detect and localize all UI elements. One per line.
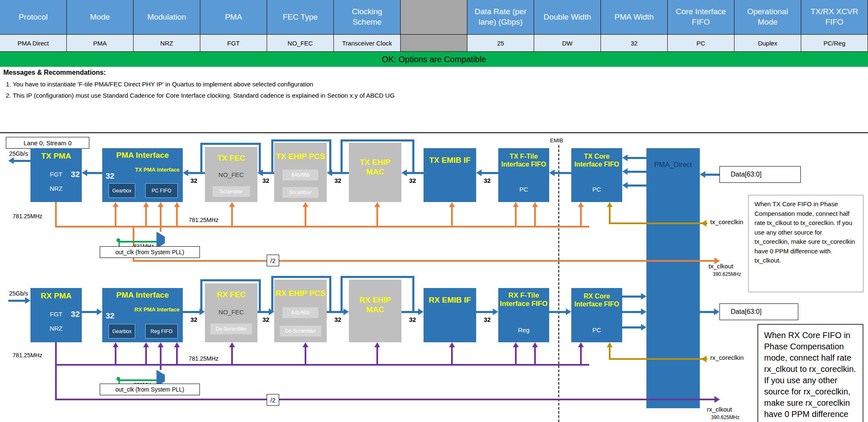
messages-title: Messages & Recommendations: xyxy=(3,69,106,76)
rx-clock-riser xyxy=(145,347,147,364)
arrowhead xyxy=(418,308,424,315)
value-pma-width[interactable]: 32 xyxy=(601,35,668,52)
rx-bus-width-label: 32 xyxy=(183,316,205,323)
arrowhead xyxy=(174,202,180,207)
arrowhead xyxy=(303,202,308,207)
arrowhead xyxy=(641,324,646,331)
tx-datapath-line xyxy=(188,172,205,174)
tx-clock-riser xyxy=(580,207,582,226)
tx-ehip-mac-title: TX EHIP MAC xyxy=(350,158,401,177)
arrowhead xyxy=(578,342,584,347)
rx-parallel-clk-label: 781.25MHz xyxy=(13,352,43,359)
arrowhead xyxy=(714,308,719,315)
tx-ehip-pcs-block: TX EHIP PCS 64b/66b Scrambler xyxy=(274,143,327,202)
rx-data-line xyxy=(700,311,714,313)
tx-emib-if-block: TX EMIB IF xyxy=(424,148,476,202)
value-blank xyxy=(401,35,467,52)
arrowhead xyxy=(158,342,164,347)
config-table-value-row: PMA Direct PMA NRZ FGT NO_FEC Transceive… xyxy=(0,35,868,52)
rx-clock-bus xyxy=(55,364,589,366)
tx-parallel-clk-label-2: 781.25MHz xyxy=(189,217,219,223)
arrowhead xyxy=(374,342,380,347)
compatibility-status-bar: OK: Options are Compatible xyxy=(0,52,868,67)
tx-mux-output-line xyxy=(160,207,161,232)
rx-clock-riser xyxy=(176,347,178,364)
tx-bypass-line xyxy=(412,142,414,172)
tx-fec-mode-label: NO_FEC xyxy=(205,171,257,178)
rx-clock-riser xyxy=(305,347,306,364)
tx-datapath-line xyxy=(87,172,102,174)
rx-bus-width-label: 32 xyxy=(401,316,424,323)
value-txrx-xcvr-fifo[interactable]: PC/Reg xyxy=(801,35,868,52)
tx-rate-label: 25Gb/s xyxy=(9,150,28,157)
tx-bypass-line xyxy=(200,145,202,172)
tx-ftile-fifo-mode: PC xyxy=(498,186,549,193)
value-operational-mode[interactable]: Duplex xyxy=(734,35,801,52)
config-table: Protocol Mode Modulation PMA FEC Type Cl… xyxy=(0,0,868,67)
arrowhead xyxy=(622,168,628,175)
value-protocol[interactable]: PMA Direct xyxy=(0,35,67,52)
tx-clock-mux xyxy=(156,232,165,248)
tx-clock-riser xyxy=(376,207,378,226)
tx-clock-riser xyxy=(534,207,536,226)
tx-pma-interface-title: PMA Interface xyxy=(103,151,182,160)
rx-bypass-line xyxy=(200,279,261,281)
tx-bypass-line xyxy=(329,142,331,172)
tx-datapath-line xyxy=(555,172,571,174)
rx-bypass-line xyxy=(341,278,343,311)
rx-core-fifo-mode: PC xyxy=(571,326,622,334)
arrowhead xyxy=(25,297,30,304)
rx-coreclkin-riser xyxy=(609,347,611,358)
pma-direct-block: PMA_Direct xyxy=(646,148,700,408)
header-pma: PMA xyxy=(200,0,267,35)
tx-core-fifo-title: TX Core Interface FIFO xyxy=(572,152,621,168)
arrowhead xyxy=(622,182,628,189)
rx-core-fifo-block: RX Core Interface FIFO PC xyxy=(571,288,622,342)
tx-bypass-line xyxy=(271,139,331,142)
tx-div-line xyxy=(133,260,267,262)
rx-core-line xyxy=(622,311,641,313)
header-modulation: Modulation xyxy=(134,0,200,35)
tx-bypass-line xyxy=(341,139,414,142)
rx-bypass-line xyxy=(341,276,414,278)
rx-ehip-pcs-title: RX EHIP PCS xyxy=(275,289,326,298)
tx-clock-riser xyxy=(145,207,147,226)
tx-bus-width-label: 32 xyxy=(401,177,424,184)
header-clocking-scheme: Clocking Scheme xyxy=(334,0,401,35)
value-mode[interactable]: PMA xyxy=(67,35,134,52)
arrowhead xyxy=(183,169,188,176)
tx-clock-riser xyxy=(305,207,306,226)
tx-core-fifo-mode: PC xyxy=(571,186,622,193)
rx-core-line xyxy=(622,326,641,329)
value-core-interface-fifo[interactable]: PC xyxy=(668,35,734,52)
config-table-header-row: Protocol Mode Modulation PMA FEC Type Cl… xyxy=(0,0,868,35)
arrowhead xyxy=(578,202,584,207)
rx-ftile-fifo-title: RX F-Tile Interface FIFO xyxy=(499,291,548,308)
arrowhead xyxy=(607,202,613,207)
rx-ftile-fifo-block: RX F-Tile Interface FIFO Reg xyxy=(498,288,549,342)
arrowhead xyxy=(113,342,119,347)
value-clocking-scheme[interactable]: Transceiver Clock xyxy=(334,35,401,52)
header-pma-width: PMA Width xyxy=(601,0,668,35)
rx-clock-riser xyxy=(376,347,378,364)
tx-bus-width-label: 32 xyxy=(257,177,274,184)
header-operational-mode: Operational Mode xyxy=(734,0,801,35)
value-modulation[interactable]: NRZ xyxy=(134,35,200,52)
arrowhead xyxy=(607,342,613,347)
value-pma[interactable]: FGT xyxy=(200,35,267,52)
rx-datapath-line xyxy=(82,311,97,313)
header-core-interface-fifo: Core Interface FIFO xyxy=(668,0,734,35)
value-double-width[interactable]: DW xyxy=(534,35,601,52)
tx-pma-title: TX PMA xyxy=(31,152,81,161)
tx-ftile-fifo-title: TX F-Tile Interface FIFO xyxy=(499,152,548,168)
diagram-divider xyxy=(0,132,868,133)
rx-parallel-clk-label-2: 781.25MHz xyxy=(189,355,219,362)
value-data-rate[interactable]: 25 xyxy=(467,35,534,52)
header-blank xyxy=(401,0,467,35)
arrowhead xyxy=(229,342,235,347)
arrowhead xyxy=(532,202,538,207)
arrowhead xyxy=(449,342,455,347)
header-protocol: Protocol xyxy=(0,0,67,35)
value-fec-type[interactable]: NO_FEC xyxy=(267,35,334,52)
rx-divider-box: /2 xyxy=(267,394,279,406)
